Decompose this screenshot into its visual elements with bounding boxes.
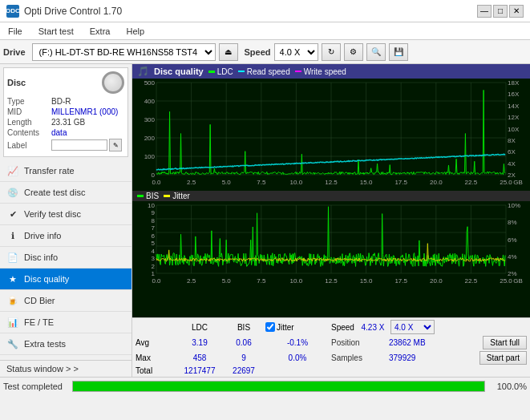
ldc-col-header: LDC [177, 323, 222, 332]
menu-bar: File Start test Extra Help [0, 22, 530, 40]
create-disc-label: Create test disc [24, 188, 85, 197]
menu-extra[interactable]: Extra [85, 25, 115, 38]
status-window-button[interactable]: Status window > > [0, 360, 131, 377]
cd-bier-label: CD Bier [24, 296, 55, 305]
title-bar-left: ODC Opti Drive Control 1.70 [6, 5, 122, 18]
disc-icon [102, 71, 124, 94]
drive-label: Drive [3, 47, 26, 57]
chart-title-icon: 🎵 [137, 66, 149, 77]
total-ldc: 1217477 [177, 366, 222, 375]
length-label: Length [7, 118, 51, 127]
disc-panel: Disc Type BD-R MID MILLENMR1 (000) Lengt… [3, 67, 128, 157]
nav-items: 📈 Transfer rate 💿 Create test disc ✔ Ver… [0, 160, 131, 355]
bis-col-header: BIS [224, 323, 264, 332]
sidebar: Disc Type BD-R MID MILLENMR1 (000) Lengt… [0, 64, 132, 377]
verify-disc-icon: ✔ [6, 208, 19, 220]
avg-jitter: -0.1% [265, 338, 330, 347]
label-edit-button[interactable]: ✎ [109, 139, 122, 151]
fe-te-icon: 📊 [6, 316, 19, 329]
extra-tests-icon: 🔧 [6, 337, 19, 350]
speed-label: Speed [245, 47, 271, 57]
max-jitter: 0.0% [265, 353, 330, 362]
sidebar-item-disc-quality[interactable]: ★ Disc quality [0, 269, 131, 290]
menu-file[interactable]: File [3, 25, 27, 38]
jitter-col-header: Jitter [277, 323, 294, 332]
read-speed-label: Read speed [247, 67, 290, 76]
status-text: Test completed [3, 382, 63, 391]
disc-type-row: Type BD-R [7, 97, 124, 106]
title-bar: ODC Opti Drive Control 1.70 — □ ✕ [0, 0, 530, 22]
jitter-color [164, 195, 170, 197]
eject-button[interactable]: ⏏ [219, 43, 238, 61]
mid-label: MID [7, 107, 51, 116]
max-bis: 9 [224, 353, 264, 362]
jitter-checkbox[interactable] [265, 322, 275, 332]
legend-read-speed: Read speed [238, 67, 290, 76]
ldc-label: LDC [217, 67, 233, 76]
start-part-button[interactable]: Start part [479, 351, 527, 365]
disc-length-row: Length 23.31 GB [7, 118, 124, 127]
chart-header: 🎵 Disc quality LDC Read speed Write spee… [132, 64, 530, 79]
sidebar-item-cd-bier[interactable]: 🍺 CD Bier [0, 290, 131, 312]
ldc-chart [132, 79, 530, 191]
content-area: 🎵 Disc quality LDC Read speed Write spee… [132, 64, 530, 377]
label-input[interactable] [51, 139, 107, 151]
speed-target-select[interactable]: 4.0 X [390, 320, 435, 334]
position-value: 23862 MB [389, 338, 426, 347]
maximize-button[interactable]: □ [493, 5, 508, 18]
read-speed-color [238, 71, 245, 72]
cd-bier-icon: 🍺 [6, 294, 19, 307]
mid-value: MILLENMR1 (000) [51, 107, 124, 116]
sidebar-item-extra-tests[interactable]: 🔧 Extra tests [0, 333, 131, 355]
label-label: Label [7, 141, 51, 150]
menu-help[interactable]: Help [121, 25, 149, 38]
avg-ldc: 3.19 [177, 338, 222, 347]
sidebar-item-fe-te[interactable]: 📊 FE / TE [0, 312, 131, 333]
status-bar: Test completed 100.0% [0, 377, 530, 394]
speed-select[interactable]: 4.0 X [274, 43, 318, 61]
avg-row: Avg 3.19 0.06 -0.1% Position 23862 MB St… [136, 336, 527, 349]
sidebar-item-create-test-disc[interactable]: 💿 Create test disc [0, 182, 131, 204]
extra-tests-label: Extra tests [24, 339, 66, 349]
progress-bar-fill [73, 382, 484, 391]
contents-value: data [51, 128, 124, 137]
config-button[interactable]: ⚙ [344, 43, 363, 61]
legend-jitter: Jitter [164, 192, 190, 200]
max-label: Max [136, 353, 176, 362]
refresh-button[interactable]: ↻ [322, 43, 341, 61]
disc-quality-icon: ★ [6, 273, 19, 285]
app-icon: ODC [6, 5, 19, 18]
app-title: Opti Drive Control 1.70 [24, 6, 122, 17]
close-button[interactable]: ✕ [509, 5, 524, 18]
write-speed-label: Write speed [304, 67, 346, 76]
disc-quality-label: Disc quality [24, 274, 69, 284]
bis-color [137, 195, 144, 197]
sidebar-item-transfer-rate[interactable]: 📈 Transfer rate [0, 160, 131, 182]
transfer-rate-label: Transfer rate [24, 166, 75, 176]
bis-chart [132, 201, 530, 289]
max-ldc: 458 [177, 353, 222, 362]
sidebar-item-drive-info[interactable]: ℹ Drive info [0, 225, 131, 247]
minimize-button[interactable]: — [477, 5, 492, 18]
bis-chart-header: BIS Jitter [132, 191, 530, 201]
contents-label: Contents [7, 128, 51, 137]
start-full-button[interactable]: Start full [483, 336, 527, 349]
sidebar-item-verify-test-disc[interactable]: ✔ Verify test disc [0, 204, 131, 225]
stats-panel: LDC BIS Jitter Speed 4.23 X 4.0 X Avg 3.… [132, 317, 530, 377]
drive-select[interactable]: (F:) HL-DT-ST BD-RE WH16NS58 TST4 [32, 43, 216, 61]
main-layout: Disc Type BD-R MID MILLENMR1 (000) Lengt… [0, 64, 530, 377]
samples-label: Samples [331, 353, 387, 362]
disc-info-label: Disc info [24, 252, 58, 262]
status-percent: 100.0% [495, 382, 527, 391]
verify-disc-label: Verify test disc [24, 209, 81, 219]
legend-bis: BIS [137, 192, 159, 200]
sidebar-item-disc-info[interactable]: 📄 Disc info [0, 247, 131, 269]
menu-start-test[interactable]: Start test [34, 25, 79, 38]
window-controls: — □ ✕ [477, 5, 524, 18]
scan-button[interactable]: 🔍 [366, 43, 386, 61]
disc-mid-row: MID MILLENMR1 (000) [7, 107, 124, 116]
disc-label-row: Label ✎ [7, 139, 124, 151]
fe-te-label: FE / TE [24, 317, 54, 327]
status-window-label: Status window > > [6, 364, 79, 374]
save-button[interactable]: 💾 [389, 43, 408, 61]
